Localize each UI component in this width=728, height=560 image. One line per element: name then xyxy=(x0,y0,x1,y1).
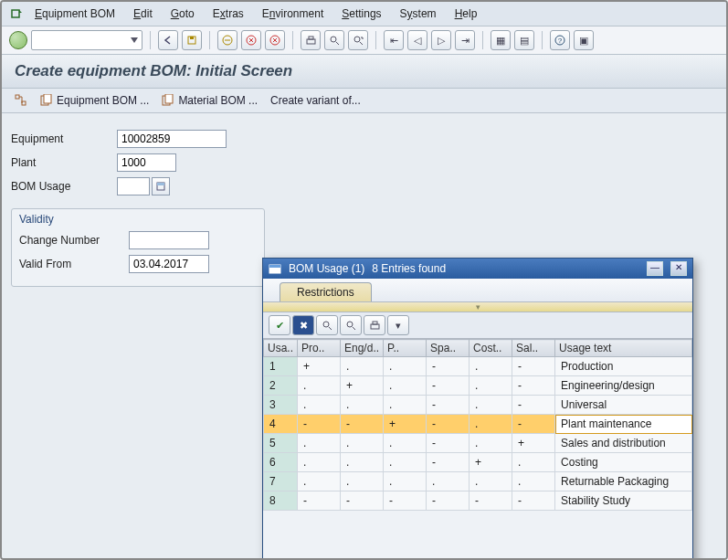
print-icon[interactable] xyxy=(301,30,321,50)
find-next-icon[interactable] xyxy=(340,315,362,335)
cell: . xyxy=(341,472,384,491)
svg-rect-20 xyxy=(269,265,280,268)
bom-usage-field[interactable] xyxy=(117,177,150,195)
exit-icon[interactable] xyxy=(217,30,237,50)
f4-help-dialog: BOM Usage (1) 8 Entries found — ✕ Restri… xyxy=(262,258,693,560)
create-variant-button[interactable]: Create variant of... xyxy=(270,94,361,107)
first-page-icon[interactable]: ⇤ xyxy=(384,30,404,50)
col-header[interactable]: Cost.. xyxy=(470,340,512,357)
cell: - xyxy=(298,491,341,511)
app-menu-icon[interactable] xyxy=(9,6,24,21)
cell: . xyxy=(298,376,341,396)
col-header[interactable]: Pro.. xyxy=(298,340,341,357)
equipment-label: Equipment xyxy=(11,132,117,145)
col-header[interactable]: Usage text xyxy=(555,340,692,357)
back-icon[interactable] xyxy=(158,30,178,50)
cell: . xyxy=(298,472,341,491)
last-page-icon[interactable]: ⇥ xyxy=(455,30,475,50)
dialog-titlebar[interactable]: BOM Usage (1) 8 Entries found — ✕ xyxy=(263,259,692,279)
expand-bar-icon[interactable]: ▾ xyxy=(263,302,692,312)
cell: . xyxy=(470,415,512,434)
next-page-icon[interactable]: ▷ xyxy=(431,30,451,50)
close-icon[interactable]: ✕ xyxy=(670,261,687,276)
menu-edit[interactable]: Edit xyxy=(126,5,160,22)
usage-text-cell: Sales and distribution xyxy=(555,434,692,453)
table-row[interactable]: 2.+.-.-Engineering/design xyxy=(264,376,692,396)
equipment-bom-button[interactable]: Equipment BOM ... xyxy=(40,94,149,107)
table-row[interactable]: 3...-.-Universal xyxy=(264,396,692,415)
col-header[interactable]: Eng/d.. xyxy=(341,340,384,357)
page-title: Create equipment BOM: Initial Screen xyxy=(2,55,726,89)
prev-page-icon[interactable]: ◁ xyxy=(407,30,427,50)
reject-icon[interactable]: ✖ xyxy=(292,315,314,335)
cell: - xyxy=(512,415,555,434)
table-row[interactable]: 7......Returnable Packaging xyxy=(264,472,692,491)
cell: - xyxy=(427,357,470,376)
cell: . xyxy=(427,472,470,491)
col-header[interactable]: P.. xyxy=(384,340,427,357)
cell: + xyxy=(298,357,341,376)
change-number-field[interactable] xyxy=(129,231,209,249)
separator xyxy=(482,31,483,49)
find-next-icon[interactable] xyxy=(348,30,368,50)
cell: - xyxy=(470,491,512,511)
more-icon[interactable]: ▾ xyxy=(387,315,409,335)
cell: - xyxy=(341,415,384,434)
cell: . xyxy=(384,472,427,491)
menu-environment[interactable]: Environment xyxy=(255,5,331,22)
cell: . xyxy=(384,396,427,415)
menu-system[interactable]: System xyxy=(393,5,444,22)
find-icon[interactable] xyxy=(324,30,344,50)
dialog-title: BOM Usage (1) xyxy=(289,262,364,275)
help-icon[interactable]: ? xyxy=(550,30,570,50)
search-help-icon[interactable] xyxy=(152,177,170,195)
new-session-icon[interactable]: ▦ xyxy=(491,30,511,50)
svg-point-7 xyxy=(331,37,336,42)
table-row[interactable]: 4--+-.-Plant maintenance xyxy=(264,415,692,434)
cell: . xyxy=(470,472,512,491)
enter-icon[interactable] xyxy=(9,31,27,49)
result-grid[interactable]: Usa..Pro..Eng/d..P..Spa..Cost..Sal..Usag… xyxy=(263,339,692,560)
form-canvas: Equipment Plant BOM Usage Validity Chang… xyxy=(2,113,726,560)
find-icon[interactable] xyxy=(316,315,338,335)
cancel2-icon[interactable] xyxy=(265,30,285,50)
hierarchy-icon[interactable] xyxy=(15,94,27,107)
menu-settings[interactable]: Settings xyxy=(334,5,388,22)
table-row[interactable]: 5...-.+Sales and distribution xyxy=(264,434,692,453)
table-row[interactable]: 1+..-.-Production xyxy=(264,357,692,376)
bom-usage-label: BOM Usage xyxy=(11,180,117,193)
cancel-icon[interactable] xyxy=(241,30,261,50)
accept-icon[interactable]: ✔ xyxy=(269,315,290,335)
plant-field[interactable] xyxy=(117,153,176,172)
svg-rect-6 xyxy=(309,37,313,39)
col-header[interactable]: Sal.. xyxy=(512,340,555,357)
table-row[interactable]: 8------Stability Study xyxy=(264,491,692,511)
menu-bar: Equipment BOM Edit Goto Extras Environme… xyxy=(2,2,726,26)
col-header[interactable]: Usa.. xyxy=(264,340,298,357)
cell: . xyxy=(384,376,427,396)
row-index: 3 xyxy=(264,396,298,415)
menu-extras[interactable]: Extras xyxy=(206,5,251,22)
separator xyxy=(375,31,376,49)
svg-rect-1 xyxy=(190,37,194,39)
material-bom-button[interactable]: Material BOM ... xyxy=(162,94,258,107)
col-header[interactable]: Spa.. xyxy=(427,340,470,357)
equipment-bom-label: Equipment BOM ... xyxy=(57,94,149,107)
layout-icon[interactable]: ▣ xyxy=(574,30,594,50)
equipment-field[interactable] xyxy=(117,130,227,148)
menu-help[interactable]: Help xyxy=(448,5,485,22)
tab-restrictions[interactable]: Restrictions xyxy=(280,282,372,301)
table-row[interactable]: 6...-+.Costing xyxy=(264,453,692,472)
menu-equipment-bom[interactable]: Equipment BOM xyxy=(27,5,122,22)
cell: . xyxy=(470,376,512,396)
menu-goto[interactable]: Goto xyxy=(164,5,202,22)
valid-from-field[interactable] xyxy=(129,255,209,273)
minimize-icon[interactable]: — xyxy=(647,261,663,276)
row-index: 5 xyxy=(264,434,298,453)
cell: - xyxy=(341,491,384,511)
print-icon[interactable] xyxy=(364,315,385,335)
save-icon[interactable] xyxy=(182,30,202,50)
cell: . xyxy=(341,357,384,376)
command-field[interactable] xyxy=(31,30,142,50)
shortcut-icon[interactable]: ▤ xyxy=(514,30,534,50)
